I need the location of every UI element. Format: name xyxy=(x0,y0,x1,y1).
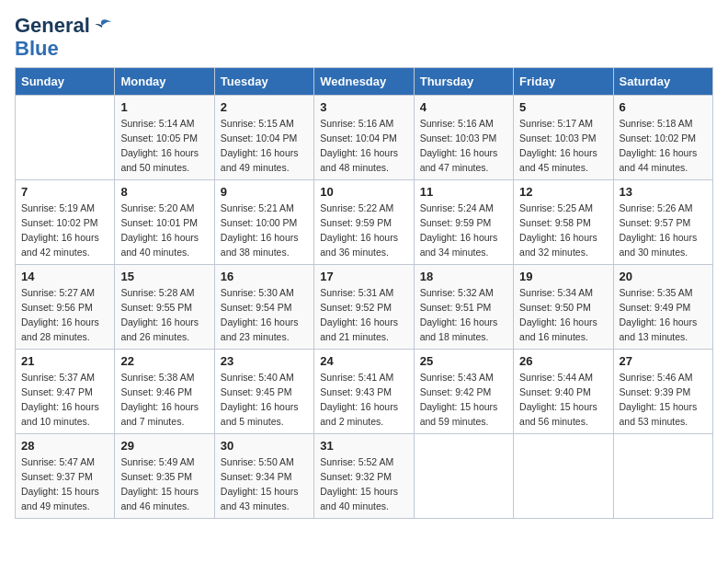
day-number: 24 xyxy=(320,354,407,368)
day-number: 21 xyxy=(21,354,108,368)
calendar-cell: 13Sunrise: 5:26 AM Sunset: 9:57 PM Dayli… xyxy=(613,180,712,265)
logo-general: General xyxy=(15,15,111,38)
day-info: Sunrise: 5:31 AM Sunset: 9:52 PM Dayligh… xyxy=(320,286,407,344)
calendar-header-row: SundayMondayTuesdayWednesdayThursdayFrid… xyxy=(16,68,713,96)
day-number: 3 xyxy=(320,100,407,114)
day-number: 30 xyxy=(221,439,308,453)
day-info: Sunrise: 5:27 AM Sunset: 9:56 PM Dayligh… xyxy=(21,286,108,344)
calendar-cell: 18Sunrise: 5:32 AM Sunset: 9:51 PM Dayli… xyxy=(414,265,513,350)
day-info: Sunrise: 5:24 AM Sunset: 9:59 PM Dayligh… xyxy=(420,201,507,259)
day-info: Sunrise: 5:25 AM Sunset: 9:58 PM Dayligh… xyxy=(519,201,607,259)
day-info: Sunrise: 5:41 AM Sunset: 9:43 PM Dayligh… xyxy=(320,371,407,429)
day-info: Sunrise: 5:19 AM Sunset: 10:02 PM Daylig… xyxy=(21,201,108,259)
calendar-cell: 8Sunrise: 5:20 AM Sunset: 10:01 PM Dayli… xyxy=(115,180,214,265)
day-info: Sunrise: 5:16 AM Sunset: 10:03 PM Daylig… xyxy=(420,117,507,175)
day-number: 12 xyxy=(519,185,607,199)
calendar-cell: 17Sunrise: 5:31 AM Sunset: 9:52 PM Dayli… xyxy=(314,265,414,350)
calendar-cell: 4Sunrise: 5:16 AM Sunset: 10:03 PM Dayli… xyxy=(414,96,513,180)
calendar-header-tuesday: Tuesday xyxy=(214,68,313,96)
day-number: 10 xyxy=(320,185,407,199)
day-info: Sunrise: 5:40 AM Sunset: 9:45 PM Dayligh… xyxy=(221,371,308,429)
calendar-cell: 15Sunrise: 5:28 AM Sunset: 9:55 PM Dayli… xyxy=(115,265,214,350)
day-info: Sunrise: 5:16 AM Sunset: 10:04 PM Daylig… xyxy=(320,117,407,175)
calendar-header-monday: Monday xyxy=(115,68,214,96)
day-number: 15 xyxy=(120,270,208,283)
calendar-cell: 25Sunrise: 5:43 AM Sunset: 9:42 PM Dayli… xyxy=(414,350,513,434)
calendar-week-5: 28Sunrise: 5:47 AM Sunset: 9:37 PM Dayli… xyxy=(16,434,713,519)
day-number: 18 xyxy=(420,270,507,283)
calendar-week-2: 7Sunrise: 5:19 AM Sunset: 10:02 PM Dayli… xyxy=(16,180,713,265)
calendar-cell: 22Sunrise: 5:38 AM Sunset: 9:46 PM Dayli… xyxy=(115,350,214,434)
day-info: Sunrise: 5:50 AM Sunset: 9:34 PM Dayligh… xyxy=(221,455,308,513)
day-info: Sunrise: 5:46 AM Sunset: 9:39 PM Dayligh… xyxy=(620,371,707,429)
calendar-cell: 12Sunrise: 5:25 AM Sunset: 9:58 PM Dayli… xyxy=(514,180,613,265)
day-info: Sunrise: 5:30 AM Sunset: 9:54 PM Dayligh… xyxy=(221,286,308,344)
calendar-cell: 21Sunrise: 5:37 AM Sunset: 9:47 PM Dayli… xyxy=(16,350,115,434)
calendar-cell: 30Sunrise: 5:50 AM Sunset: 9:34 PM Dayli… xyxy=(214,434,313,519)
day-number: 25 xyxy=(420,354,507,368)
day-number: 11 xyxy=(420,185,507,199)
day-info: Sunrise: 5:34 AM Sunset: 9:50 PM Dayligh… xyxy=(519,286,607,344)
day-number: 20 xyxy=(620,270,707,283)
day-info: Sunrise: 5:44 AM Sunset: 9:40 PM Dayligh… xyxy=(519,371,607,429)
calendar-cell: 20Sunrise: 5:35 AM Sunset: 9:49 PM Dayli… xyxy=(613,265,712,350)
day-number: 8 xyxy=(120,185,208,199)
day-info: Sunrise: 5:15 AM Sunset: 10:04 PM Daylig… xyxy=(221,117,308,175)
calendar-cell xyxy=(16,96,115,180)
calendar-header-friday: Friday xyxy=(514,68,613,96)
calendar-cell: 3Sunrise: 5:16 AM Sunset: 10:04 PM Dayli… xyxy=(314,96,414,180)
day-number: 7 xyxy=(21,185,108,199)
calendar-table: SundayMondayTuesdayWednesdayThursdayFrid… xyxy=(15,67,713,519)
day-number: 13 xyxy=(620,185,707,199)
day-info: Sunrise: 5:32 AM Sunset: 9:51 PM Dayligh… xyxy=(420,286,507,344)
day-number: 28 xyxy=(21,439,108,453)
day-number: 5 xyxy=(519,100,607,114)
day-number: 16 xyxy=(221,270,308,283)
day-number: 19 xyxy=(519,270,607,283)
calendar-body: 1Sunrise: 5:14 AM Sunset: 10:05 PM Dayli… xyxy=(16,96,713,519)
day-number: 23 xyxy=(221,354,308,368)
calendar-cell: 29Sunrise: 5:49 AM Sunset: 9:35 PM Dayli… xyxy=(115,434,214,519)
calendar-cell xyxy=(514,434,613,519)
day-info: Sunrise: 5:20 AM Sunset: 10:01 PM Daylig… xyxy=(120,201,208,259)
day-info: Sunrise: 5:47 AM Sunset: 9:37 PM Dayligh… xyxy=(21,455,108,513)
day-info: Sunrise: 5:26 AM Sunset: 9:57 PM Dayligh… xyxy=(620,201,707,259)
calendar-header-saturday: Saturday xyxy=(613,68,712,96)
day-info: Sunrise: 5:38 AM Sunset: 9:46 PM Dayligh… xyxy=(120,371,208,429)
calendar-cell: 6Sunrise: 5:18 AM Sunset: 10:02 PM Dayli… xyxy=(613,96,712,180)
day-number: 4 xyxy=(420,100,507,114)
calendar-cell: 9Sunrise: 5:21 AM Sunset: 10:00 PM Dayli… xyxy=(214,180,313,265)
calendar-header-thursday: Thursday xyxy=(414,68,513,96)
calendar-cell: 19Sunrise: 5:34 AM Sunset: 9:50 PM Dayli… xyxy=(514,265,613,350)
day-number: 22 xyxy=(120,354,208,368)
day-info: Sunrise: 5:28 AM Sunset: 9:55 PM Dayligh… xyxy=(120,286,208,344)
day-number: 27 xyxy=(620,354,707,368)
day-number: 14 xyxy=(21,270,108,283)
calendar-cell: 1Sunrise: 5:14 AM Sunset: 10:05 PM Dayli… xyxy=(115,96,214,180)
day-number: 9 xyxy=(221,185,308,199)
calendar-cell: 24Sunrise: 5:41 AM Sunset: 9:43 PM Dayli… xyxy=(314,350,414,434)
page-header: General Blue xyxy=(15,15,713,60)
day-number: 26 xyxy=(519,354,607,368)
day-info: Sunrise: 5:52 AM Sunset: 9:32 PM Dayligh… xyxy=(320,455,407,513)
day-info: Sunrise: 5:35 AM Sunset: 9:49 PM Dayligh… xyxy=(620,286,707,344)
day-info: Sunrise: 5:21 AM Sunset: 10:00 PM Daylig… xyxy=(221,201,308,259)
calendar-cell: 28Sunrise: 5:47 AM Sunset: 9:37 PM Dayli… xyxy=(16,434,115,519)
logo-bird-icon xyxy=(93,18,111,33)
calendar-cell: 5Sunrise: 5:17 AM Sunset: 10:03 PM Dayli… xyxy=(514,96,613,180)
calendar-cell: 7Sunrise: 5:19 AM Sunset: 10:02 PM Dayli… xyxy=(16,180,115,265)
calendar-cell: 23Sunrise: 5:40 AM Sunset: 9:45 PM Dayli… xyxy=(214,350,313,434)
calendar-cell: 27Sunrise: 5:46 AM Sunset: 9:39 PM Dayli… xyxy=(613,350,712,434)
day-info: Sunrise: 5:14 AM Sunset: 10:05 PM Daylig… xyxy=(120,117,208,175)
calendar-cell xyxy=(613,434,712,519)
day-info: Sunrise: 5:17 AM Sunset: 10:03 PM Daylig… xyxy=(519,117,607,175)
day-number: 6 xyxy=(620,100,707,114)
day-info: Sunrise: 5:18 AM Sunset: 10:02 PM Daylig… xyxy=(620,117,707,175)
calendar-header-wednesday: Wednesday xyxy=(314,68,414,96)
calendar-week-3: 14Sunrise: 5:27 AM Sunset: 9:56 PM Dayli… xyxy=(16,265,713,350)
calendar-cell: 26Sunrise: 5:44 AM Sunset: 9:40 PM Dayli… xyxy=(514,350,613,434)
day-info: Sunrise: 5:37 AM Sunset: 9:47 PM Dayligh… xyxy=(21,371,108,429)
calendar-cell: 16Sunrise: 5:30 AM Sunset: 9:54 PM Dayli… xyxy=(214,265,313,350)
day-info: Sunrise: 5:43 AM Sunset: 9:42 PM Dayligh… xyxy=(420,371,507,429)
logo-blue: Blue xyxy=(15,38,59,60)
